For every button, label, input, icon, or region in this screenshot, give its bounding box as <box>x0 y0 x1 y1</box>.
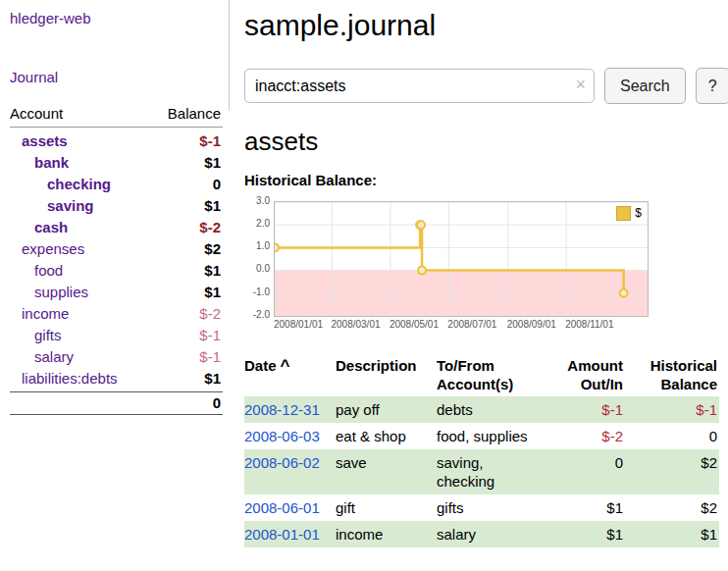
account-link[interactable]: gifts <box>10 325 62 346</box>
account-link[interactable]: checking <box>10 174 111 195</box>
account-row: income$-2 <box>10 303 223 325</box>
clear-search-icon[interactable]: × <box>575 75 586 95</box>
transaction-amount: $1 <box>541 498 625 517</box>
date-column-header[interactable]: Date^ <box>244 356 336 393</box>
account-row: liabilities:debts$1 <box>10 368 223 389</box>
y-axis-tick-label: -2.0 <box>244 310 270 320</box>
account-link[interactable]: expenses <box>10 238 84 260</box>
accounts-table-header: Account Balance <box>10 105 223 128</box>
transaction-accounts: saving, checking <box>437 453 541 491</box>
account-link[interactable]: income <box>10 303 69 325</box>
register-header-row: Date^ Description To/From Account(s) Amo… <box>244 356 719 396</box>
chart-svg <box>275 202 648 316</box>
account-balance: $-2 <box>199 303 223 325</box>
account-link[interactable]: supplies <box>10 282 88 303</box>
transaction-accounts: gifts <box>437 498 541 517</box>
account-row: cash$-2 <box>10 217 223 238</box>
y-axis-tick-label: 1.0 <box>244 241 270 251</box>
account-row: expenses$2 <box>10 238 223 260</box>
transaction-amount: $-1 <box>541 400 625 419</box>
transaction-date-link[interactable]: 2008-06-02 <box>244 453 336 491</box>
account-row: gifts$-1 <box>10 325 223 346</box>
transaction-date-link[interactable]: 2008-12-31 <box>244 400 336 419</box>
search-bar: × Search ? <box>244 68 728 104</box>
transaction-description: save <box>336 453 437 491</box>
account-row: checking0 <box>10 174 223 195</box>
account-balance: $-1 <box>199 130 223 152</box>
sort-ascending-icon: ^ <box>281 356 290 375</box>
account-row: supplies$1 <box>10 282 223 303</box>
historical-balance-chart: $ 3.02.01.00.0-1.0-2.02008/01/012008/03/… <box>244 195 652 335</box>
historical-balance-column-header: Historical Balance <box>625 356 719 393</box>
search-input[interactable] <box>244 69 595 103</box>
amount-column-header: Amount Out/In <box>541 356 625 393</box>
legend-series-swatch <box>616 206 631 221</box>
transaction-balance: $2 <box>625 453 719 491</box>
register-row: 2008-06-01giftgifts$1$2 <box>244 494 719 521</box>
account-balance: $2 <box>204 238 223 260</box>
accounts-column-header: To/From Account(s) <box>437 356 541 393</box>
y-axis-tick-label: -1.0 <box>244 287 270 297</box>
account-balance: $1 <box>204 368 223 389</box>
account-row: bank$1 <box>10 152 223 174</box>
app-title-link[interactable]: hledger-web <box>10 10 223 26</box>
account-link[interactable]: cash <box>10 217 68 238</box>
page-title: sample.journal <box>244 8 728 43</box>
legend-series-label: $ <box>635 206 642 220</box>
x-axis-tick-label: 2008/11/01 <box>565 319 613 330</box>
transaction-date-link[interactable]: 2008-06-03 <box>244 427 336 445</box>
account-column-header: Account <box>10 105 63 122</box>
transaction-amount: $-2 <box>541 427 625 445</box>
transaction-balance: $2 <box>625 498 719 517</box>
search-box: × <box>244 69 595 103</box>
register-row: 2008-06-03eat & shopfood, supplies$-20 <box>244 423 719 449</box>
sidebar: hledger-web Journal Account Balance asse… <box>0 0 229 571</box>
transaction-accounts: food, supplies <box>437 427 541 445</box>
transaction-date-link[interactable]: 2008-01-01 <box>244 525 336 544</box>
chart-plot-area <box>274 201 649 317</box>
account-link[interactable]: saving <box>10 195 94 217</box>
accounts-table-body: assets$-1bank$1checking0saving$1cash$-2e… <box>10 128 223 389</box>
chart-legend: $ <box>613 205 645 222</box>
transaction-date-link[interactable]: 2008-06-01 <box>244 498 336 517</box>
account-balance: $-1 <box>199 346 223 368</box>
transaction-accounts: salary <box>437 525 541 544</box>
account-balance: $-1 <box>199 325 223 346</box>
account-balance: 0 <box>213 174 223 195</box>
account-row: food$1 <box>10 260 223 282</box>
chart-title: Historical Balance: <box>244 172 728 188</box>
account-link[interactable]: liabilities:debts <box>10 368 118 389</box>
hledger-web-app: hledger-web Journal Account Balance asse… <box>0 0 728 571</box>
x-axis-tick-label: 2008/07/01 <box>447 319 496 330</box>
transaction-description: income <box>336 525 437 544</box>
account-link[interactable]: bank <box>10 152 69 174</box>
account-row: assets$-1 <box>10 130 223 152</box>
register-row: 2008-06-02savesaving, checking0$2 <box>244 449 719 494</box>
y-axis-tick-label: 3.0 <box>244 196 270 206</box>
account-link[interactable]: assets <box>10 130 68 152</box>
transaction-accounts: debts <box>437 400 541 419</box>
transaction-amount: 0 <box>541 453 625 491</box>
transaction-description: gift <box>336 498 437 517</box>
account-link[interactable]: salary <box>10 346 74 368</box>
x-axis-tick-label: 2008/01/01 <box>274 319 323 330</box>
date-column-header-label: Date <box>244 357 277 374</box>
transaction-amount: $1 <box>541 525 625 544</box>
account-heading: assets <box>244 128 728 157</box>
help-button[interactable]: ? <box>696 68 728 104</box>
account-balance: $1 <box>204 260 223 282</box>
x-axis-tick-label: 2008/03/01 <box>331 319 380 330</box>
account-row: saving$1 <box>10 195 223 217</box>
x-axis-tick-label: 2008/05/01 <box>390 319 439 330</box>
register-row: 2008-01-01incomesalary$1$1 <box>244 521 719 547</box>
account-balance: $-2 <box>199 217 223 238</box>
account-link[interactable]: food <box>10 260 63 282</box>
sidebar-item-journal[interactable]: Journal <box>10 69 223 85</box>
main-content: sample.journal × Search ? assets Histori… <box>229 0 728 571</box>
account-balance: $1 <box>204 282 223 303</box>
transaction-description: eat & shop <box>336 427 437 445</box>
transaction-balance: $-1 <box>625 400 719 419</box>
y-axis-tick-label: 0.0 <box>244 264 270 274</box>
search-button[interactable]: Search <box>604 68 686 104</box>
register-row: 2008-12-31pay offdebts$-1$-1 <box>244 396 719 423</box>
